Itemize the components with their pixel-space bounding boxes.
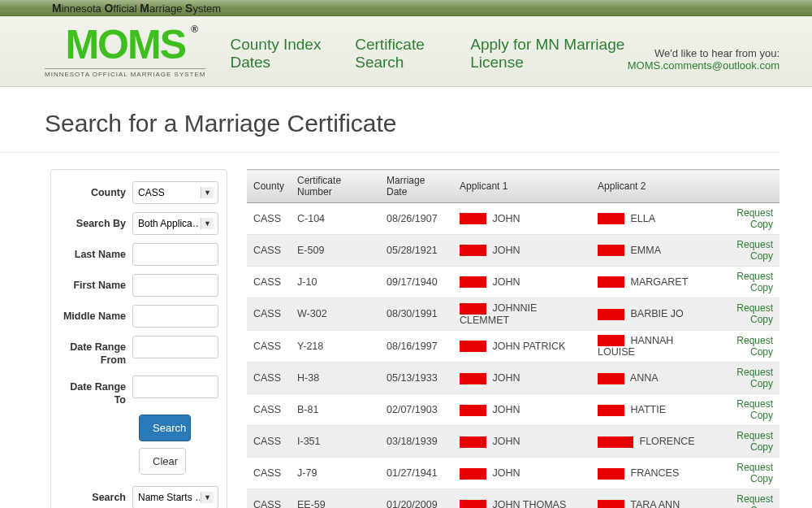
request-copy-link[interactable]: Request Copy bbox=[736, 367, 773, 389]
nav-county-index[interactable]: County Index Dates bbox=[230, 36, 330, 72]
cell-applicant2: FRANCES bbox=[591, 458, 715, 489]
request-copy-link[interactable]: Request Copy bbox=[736, 462, 773, 484]
middlename-input[interactable] bbox=[132, 305, 218, 328]
redaction-block bbox=[598, 276, 624, 288]
cell-certificate: C-104 bbox=[291, 203, 380, 235]
table-row: CASSC-10408/26/1907 JOHN ELLARequest Cop… bbox=[247, 203, 780, 235]
search-button[interactable]: Search bbox=[139, 415, 191, 441]
cell-applicant1: JOHN bbox=[453, 458, 591, 489]
request-copy-link[interactable]: Request Copy bbox=[736, 493, 773, 508]
table-row: CASSB-8102/07/1903 JOHN HATTIERequest Co… bbox=[247, 394, 780, 426]
cell-date: 01/27/1941 bbox=[380, 458, 453, 489]
redaction-block bbox=[598, 405, 624, 416]
cell-applicant2: MARGARET bbox=[591, 267, 715, 298]
dateto-input[interactable] bbox=[132, 376, 218, 398]
nav-certificate-search[interactable]: Certificate Search bbox=[355, 36, 446, 72]
header: MOMS ® MINNESOTA OFFICIAL MARRIAGE SYSTE… bbox=[0, 16, 812, 87]
lastname-input[interactable] bbox=[132, 243, 218, 266]
table-row: CASSI-35103/18/1939 JOHN FLORENCERequest… bbox=[247, 426, 780, 458]
cell-date: 08/26/1907 bbox=[380, 203, 453, 235]
redaction-block bbox=[460, 341, 486, 352]
cell-county: CASS bbox=[247, 298, 291, 331]
redaction-block bbox=[598, 213, 624, 224]
redaction-block bbox=[460, 405, 486, 416]
th-certificate[interactable]: Certificate Number bbox=[291, 170, 380, 203]
cell-date: 09/17/1940 bbox=[380, 267, 453, 298]
cell-date: 08/16/1997 bbox=[380, 330, 453, 363]
table-row: CASSEE-5901/20/2009 JOHN THOMAS TARA ANN… bbox=[247, 489, 780, 508]
request-copy-link[interactable]: Request Copy bbox=[736, 398, 773, 421]
cell-applicant2: BARBIE JO bbox=[591, 298, 715, 331]
results-table: County Certificate Number Marriage Date … bbox=[247, 169, 780, 508]
redaction-block bbox=[598, 373, 624, 384]
cell-applicant2: ELLA bbox=[591, 203, 715, 235]
table-row: CASSE-50905/28/1921 JOHN EMMARequest Cop… bbox=[247, 235, 780, 267]
searchmode-select[interactable]: Name Starts … bbox=[132, 486, 218, 508]
searchby-select[interactable]: Both Applica… bbox=[132, 212, 218, 235]
request-copy-link[interactable]: Request Copy bbox=[736, 239, 773, 262]
cell-applicant1: JOHN bbox=[453, 203, 591, 235]
request-copy-link[interactable]: Request Copy bbox=[736, 430, 773, 453]
cell-applicant2: EMMA bbox=[591, 235, 715, 267]
th-date[interactable]: Marriage Date bbox=[380, 170, 453, 203]
cell-county: CASS bbox=[247, 458, 291, 489]
cell-county: CASS bbox=[247, 489, 291, 508]
cell-applicant1: JOHN bbox=[453, 394, 591, 426]
request-copy-link[interactable]: Request Copy bbox=[736, 271, 773, 293]
county-select[interactable]: CASS bbox=[132, 181, 218, 204]
cell-county: CASS bbox=[247, 363, 291, 394]
cell-county: CASS bbox=[247, 235, 291, 267]
cell-applicant1: JOHN bbox=[453, 426, 591, 458]
cell-certificate: H-38 bbox=[291, 363, 380, 394]
logo-subtitle: MINNESOTA OFFICIAL MARRIAGE SYSTEM bbox=[45, 68, 205, 78]
firstname-input[interactable] bbox=[132, 274, 218, 297]
cell-date: 01/20/2009 bbox=[380, 489, 453, 508]
cell-certificate: J-10 bbox=[291, 267, 380, 298]
cell-county: CASS bbox=[247, 394, 291, 426]
middlename-label: Middle Name bbox=[59, 305, 132, 323]
cell-county: CASS bbox=[247, 203, 291, 235]
cell-applicant1: JOHN bbox=[453, 363, 591, 394]
redaction-block bbox=[460, 373, 486, 384]
searchby-label: Search By bbox=[59, 212, 132, 230]
logo[interactable]: MOMS ® MINNESOTA OFFICIAL MARRIAGE SYSTE… bbox=[45, 24, 205, 78]
th-county[interactable]: County bbox=[247, 170, 291, 203]
datefrom-input[interactable] bbox=[132, 336, 218, 358]
redaction-block bbox=[460, 245, 486, 256]
searchmode-label: Search bbox=[59, 486, 132, 504]
cell-certificate: Y-218 bbox=[291, 330, 380, 363]
cell-applicant2: ANNA bbox=[591, 363, 715, 394]
redaction-block bbox=[460, 303, 486, 315]
search-panel: County CASS Search By Both Applica… Last… bbox=[50, 169, 227, 508]
table-row: CASSY-21808/16/1997 JOHN PATRICK HANNAH … bbox=[247, 330, 780, 363]
contact-block: We'd like to hear from you: MOMS.comment… bbox=[628, 47, 780, 78]
cell-applicant1: JOHN THOMAS bbox=[453, 489, 591, 508]
page-title: Search for a Marriage Certificate bbox=[0, 87, 780, 153]
request-copy-link[interactable]: Request Copy bbox=[736, 335, 773, 358]
redaction-block bbox=[460, 436, 486, 448]
redaction-block bbox=[460, 276, 486, 288]
cell-certificate: W-302 bbox=[291, 298, 380, 331]
cell-applicant2: FLORENCE bbox=[591, 426, 715, 458]
redaction-block bbox=[598, 245, 624, 256]
th-applicant2[interactable]: Applicant 2 bbox=[591, 170, 715, 203]
th-applicant1[interactable]: Applicant 1 bbox=[453, 170, 591, 203]
lastname-label: Last Name bbox=[59, 243, 132, 261]
cell-certificate: J-79 bbox=[291, 458, 380, 489]
cell-county: CASS bbox=[247, 426, 291, 458]
nav-apply-license[interactable]: Apply for MN Marriage License bbox=[470, 36, 627, 72]
clear-button[interactable]: Clear bbox=[139, 448, 186, 475]
contact-email[interactable]: MOMS.comments@outlook.com bbox=[628, 59, 780, 72]
cell-applicant2: HATTIE bbox=[591, 394, 715, 426]
table-row: CASSJ-7901/27/1941 JOHN FRANCESRequest C… bbox=[247, 458, 780, 489]
cell-certificate: B-81 bbox=[291, 394, 380, 426]
cell-date: 03/18/1939 bbox=[380, 426, 453, 458]
redaction-block bbox=[598, 335, 624, 346]
table-row: CASSH-3805/13/1933 JOHN ANNARequest Copy bbox=[247, 363, 780, 394]
request-copy-link[interactable]: Request Copy bbox=[736, 302, 773, 325]
cell-date: 05/28/1921 bbox=[380, 235, 453, 267]
redaction-block bbox=[460, 468, 486, 480]
request-copy-link[interactable]: Request Copy bbox=[736, 207, 773, 230]
cell-date: 05/13/1933 bbox=[380, 363, 453, 394]
cell-applicant1: JOHN PATRICK bbox=[453, 330, 591, 363]
